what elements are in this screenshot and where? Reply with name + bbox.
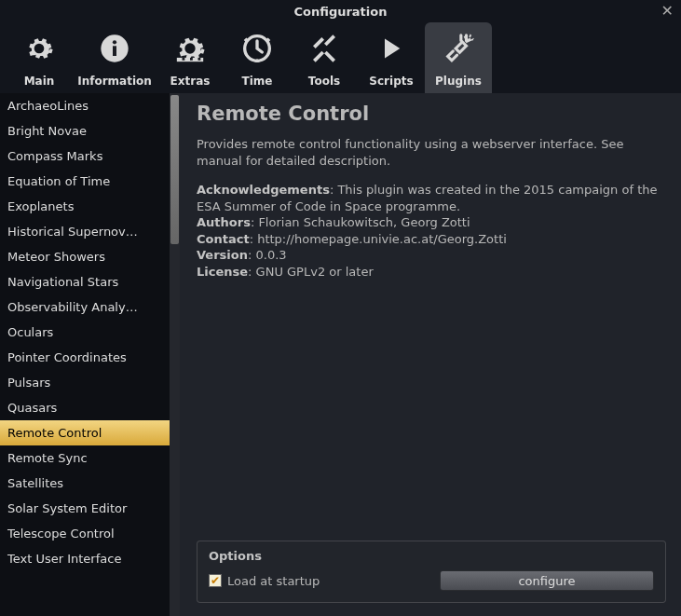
tab-information[interactable]: Information bbox=[73, 22, 157, 93]
plugin-sidebar: ArchaeoLinesBright NovaeCompass MarksEqu… bbox=[0, 93, 180, 616]
tab-tools[interactable]: Tools bbox=[291, 22, 358, 93]
plugin-item[interactable]: Satellites bbox=[0, 471, 170, 496]
plugin-item[interactable]: Bright Novae bbox=[0, 118, 170, 144]
plugin-item[interactable]: Compass Marks bbox=[0, 144, 170, 169]
plugin-item[interactable]: Historical Supernov… bbox=[0, 219, 170, 244]
options-title: Options bbox=[209, 549, 654, 563]
plugin-item[interactable]: Exoplanets bbox=[0, 194, 170, 219]
scrollbar[interactable] bbox=[170, 93, 180, 616]
scroll-thumb[interactable] bbox=[170, 95, 179, 244]
tab-label: Main bbox=[24, 75, 55, 88]
body: ArchaeoLinesBright NovaeCompass MarksEqu… bbox=[0, 93, 681, 616]
svg-rect-6 bbox=[190, 58, 193, 61]
plugin-item[interactable]: Telescope Control bbox=[0, 521, 170, 546]
load-at-startup-checkbox[interactable]: ✔ Load at startup bbox=[209, 574, 320, 588]
plugin-item[interactable]: Navigational Stars bbox=[0, 269, 170, 294]
svg-rect-5 bbox=[183, 58, 185, 61]
plugin-ack: Acknowledgements: This plugin was create… bbox=[197, 182, 666, 214]
plugin-license: License: GNU GPLv2 or later bbox=[197, 264, 666, 281]
config-window: Configuration ✕ Main Information Extras bbox=[0, 0, 681, 616]
plugin-title: Remote Control bbox=[197, 103, 666, 125]
plugin-description: Provides remote control functionality us… bbox=[197, 136, 666, 169]
tab-scripts[interactable]: Scripts bbox=[358, 22, 425, 93]
tab-label: Extras bbox=[170, 75, 211, 88]
info-icon bbox=[100, 22, 129, 75]
plugin-item[interactable]: Quasars bbox=[0, 395, 170, 420]
plugin-authors: Authors: Florian Schaukowitsch, Georg Zo… bbox=[197, 214, 666, 231]
tab-time[interactable]: Time bbox=[224, 22, 291, 93]
checkbox-icon: ✔ bbox=[209, 574, 222, 587]
tab-main[interactable]: Main bbox=[6, 22, 73, 93]
svg-rect-1 bbox=[113, 46, 116, 56]
load-label: Load at startup bbox=[227, 574, 320, 588]
plugin-item[interactable]: Pulsars bbox=[0, 370, 170, 395]
plugin-contact: Contact: http://homepage.univie.ac.at/Ge… bbox=[197, 231, 666, 248]
close-icon[interactable]: ✕ bbox=[661, 2, 674, 20]
window-title: Configuration bbox=[294, 5, 388, 19]
plugin-item[interactable]: Text User Interface bbox=[0, 546, 170, 571]
plugin-icon bbox=[443, 22, 474, 75]
plugin-item[interactable]: Remote Sync bbox=[0, 445, 170, 471]
plugin-item[interactable]: Equation of Time bbox=[0, 169, 170, 194]
gear-icon bbox=[24, 22, 54, 75]
plugin-item[interactable]: Solar System Editor bbox=[0, 496, 170, 521]
plugin-item[interactable]: Remote Control bbox=[0, 420, 170, 445]
options-box: Options ✔ Load at startup configure bbox=[197, 541, 666, 603]
configure-button[interactable]: configure bbox=[440, 570, 654, 591]
plugin-item[interactable]: Meteor Showers bbox=[0, 244, 170, 269]
clock-icon bbox=[242, 22, 272, 75]
tab-plugins[interactable]: Plugins bbox=[425, 22, 492, 93]
plugin-item[interactable]: Observability Analy… bbox=[0, 294, 170, 320]
tab-label: Information bbox=[77, 75, 152, 88]
tab-extras[interactable]: Extras bbox=[157, 22, 224, 93]
play-icon bbox=[378, 22, 404, 75]
extras-icon bbox=[174, 22, 206, 75]
plugin-item[interactable]: Pointer Coordinates bbox=[0, 345, 170, 370]
plugin-list[interactable]: ArchaeoLinesBright NovaeCompass MarksEqu… bbox=[0, 93, 170, 616]
tab-label: Plugins bbox=[435, 75, 482, 88]
tabs: Main Information Extras Time Tools bbox=[0, 22, 681, 93]
plugin-detail: Remote Control Provides remote control f… bbox=[180, 93, 681, 616]
svg-rect-7 bbox=[198, 58, 201, 61]
plugin-item[interactable]: Oculars bbox=[0, 320, 170, 345]
tab-label: Scripts bbox=[369, 75, 413, 88]
titlebar: Configuration ✕ bbox=[0, 0, 681, 22]
plugin-version: Version: 0.0.3 bbox=[197, 247, 666, 264]
svg-point-2 bbox=[113, 40, 116, 44]
plugin-item[interactable]: ArchaeoLines bbox=[0, 93, 170, 118]
tab-label: Tools bbox=[308, 75, 340, 88]
tools-icon bbox=[309, 22, 339, 75]
tab-label: Time bbox=[242, 75, 273, 88]
